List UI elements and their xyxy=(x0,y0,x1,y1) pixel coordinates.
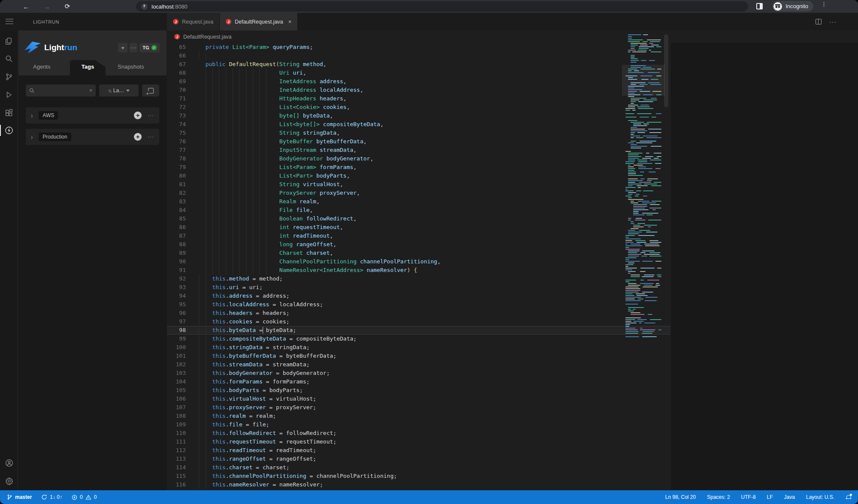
code-line[interactable]: 65 private List<Param> queryParams; xyxy=(167,43,670,51)
code-line[interactable]: 99 this.compositeByteData = compositeByt… xyxy=(167,335,670,343)
code-line[interactable]: 84 File file, xyxy=(167,206,670,214)
cursor-position-item[interactable]: Ln 98, Col 20 xyxy=(665,494,696,500)
code-line[interactable]: 98 this.byteData = byteData; xyxy=(167,326,670,335)
code-line[interactable]: 83 Realm realm, xyxy=(167,197,670,206)
code-line[interactable]: 111 this.requestTimeout = requestTimeout… xyxy=(167,438,670,446)
side-panel-icon[interactable] xyxy=(756,3,763,9)
tab-defaultrequest-java[interactable]: J DefaultRequest.java × xyxy=(220,13,298,30)
code-line[interactable]: 109 this.file = file; xyxy=(167,420,670,429)
sort-dropdown[interactable]: ↑↓ La… xyxy=(99,85,139,97)
code-line[interactable]: 100 this.stringData = stringData; xyxy=(167,343,670,352)
breadcrumb[interactable]: J DefaultRequest.java xyxy=(167,30,858,43)
add-action-icon[interactable]: + xyxy=(134,133,142,141)
code-line[interactable]: 94 this.address = address; xyxy=(167,292,670,300)
code-line[interactable]: 72 List<Cookie> cookies, xyxy=(167,103,670,112)
menu-hamburger-icon[interactable] xyxy=(6,19,13,24)
tag-group-aws[interactable]: › AWS + ··· xyxy=(26,107,159,124)
code-line[interactable]: 66 xyxy=(167,51,670,60)
indent-item[interactable]: Spaces: 2 xyxy=(707,494,730,500)
reload-button[interactable]: ⟳ xyxy=(62,1,73,12)
language-item[interactable]: Java xyxy=(784,494,795,500)
code-line[interactable]: 88 long rangeOffset, xyxy=(167,240,670,249)
code-line[interactable]: 71 HttpHeaders headers, xyxy=(167,94,670,103)
tab-agents[interactable]: Agents xyxy=(18,60,70,75)
minimap[interactable] xyxy=(625,34,663,339)
code-line[interactable]: 68 Uri uri, xyxy=(167,69,670,77)
address-bar[interactable]: localhost:8080 xyxy=(136,1,748,12)
forward-button[interactable]: → xyxy=(41,1,52,12)
code-line[interactable]: 67 public DefaultRequest(String method, xyxy=(167,60,670,69)
code-line[interactable]: 103 this.bodyGenerator = bodyGenerator; xyxy=(167,369,670,377)
code-line[interactable]: 101 this.byteBufferData = byteBufferData… xyxy=(167,352,670,360)
code-line[interactable]: 87 int readTimeout, xyxy=(167,232,670,240)
code-line[interactable]: 73 byte[] byteData, xyxy=(167,112,670,120)
notifications-bell-icon[interactable] xyxy=(846,495,851,500)
account-icon[interactable] xyxy=(0,456,18,470)
add-action-icon[interactable]: + xyxy=(134,112,142,119)
explorer-icon[interactable] xyxy=(0,34,18,48)
code-line[interactable]: 115 this.channelPoolPartitioning = chann… xyxy=(167,472,670,480)
code-line[interactable]: 74 List<byte[]> compositeByteData, xyxy=(167,120,670,129)
code-line[interactable]: 85 Boolean followRedirect, xyxy=(167,214,670,223)
code-line[interactable]: 113 this.rangeOffset = rangeOffset; xyxy=(167,455,670,463)
row-more-icon[interactable]: ··· xyxy=(148,134,154,140)
settings-gear-icon[interactable] xyxy=(0,474,18,488)
code-area[interactable]: 65 private List<Param> queryParams;6667 … xyxy=(167,43,670,490)
row-more-icon[interactable]: ··· xyxy=(148,112,154,118)
tab-request-java[interactable]: J Request.java xyxy=(167,13,220,30)
code-line[interactable]: 70 InetAddress localAddress, xyxy=(167,86,670,94)
source-control-icon[interactable] xyxy=(0,69,18,84)
extensions-icon[interactable] xyxy=(0,106,18,120)
code-line[interactable]: 86 int requestTimeout, xyxy=(167,223,670,232)
eol-item[interactable]: LF xyxy=(767,494,773,500)
code-line[interactable]: 108 this.realm = realm; xyxy=(167,412,670,420)
code-line[interactable]: 93 this.uri = uri; xyxy=(167,283,670,292)
code-line[interactable]: 69 InetAddress address, xyxy=(167,77,670,86)
browser-menu-icon[interactable]: ⋮ xyxy=(821,3,823,6)
code-line[interactable]: 89 Charset charset, xyxy=(167,249,670,257)
code-line[interactable]: 112 this.readTimeout = readTimeout; xyxy=(167,446,670,455)
sync-item[interactable]: 1↓ 0↑ xyxy=(41,494,62,500)
code-line[interactable]: 80 List<Part> bodyParts, xyxy=(167,172,670,180)
code-line[interactable]: 102 this.streamData = streamData; xyxy=(167,360,670,369)
code-line[interactable]: 77 InputStream streamData, xyxy=(167,146,670,154)
code-line[interactable]: 105 this.bodyParts = bodyParts; xyxy=(167,386,670,395)
code-line[interactable]: 95 this.localAddress = localAddress; xyxy=(167,300,670,309)
tab-snapshots[interactable]: Snapshots xyxy=(106,60,167,75)
code-line[interactable]: 110 this.followRedirect = followRedirect… xyxy=(167,429,670,438)
clear-search-icon[interactable]: × xyxy=(89,88,92,94)
code-line[interactable]: 96 this.headers = headers; xyxy=(167,309,670,317)
code-line[interactable]: 106 this.virtualHost = virtualHost; xyxy=(167,395,670,403)
code-line[interactable]: 104 this.formParams = formParams; xyxy=(167,377,670,386)
split-editor-icon[interactable] xyxy=(816,19,822,24)
code-line[interactable]: 92 this.method = method; xyxy=(167,275,670,283)
lightrun-panel-icon[interactable] xyxy=(0,123,18,138)
editor-more-icon[interactable]: ··· xyxy=(829,18,837,25)
code-line[interactable]: 79 List<Param> formParams, xyxy=(167,163,670,172)
code-line[interactable]: 114 this.charset = charset; xyxy=(167,463,670,472)
user-badge[interactable]: TG ✓ xyxy=(139,43,160,52)
search-icon[interactable] xyxy=(0,51,18,66)
code-line[interactable]: 107 this.proxyServer = proxyServer; xyxy=(167,403,670,412)
code-line[interactable]: 78 BodyGenerator bodyGenerator, xyxy=(167,154,670,163)
editor-scrollbar[interactable] xyxy=(664,34,668,107)
encoding-item[interactable]: UTF-8 xyxy=(741,494,756,500)
code-line[interactable]: 82 ProxyServer proxyServer, xyxy=(167,189,670,197)
code-line[interactable]: 91 NameResolver<InetAddress> nameResolve… xyxy=(167,266,670,275)
keyboard-layout-item[interactable]: Layout: U.S. xyxy=(806,494,834,500)
code-line[interactable]: 76 ByteBuffer byteBufferData, xyxy=(167,137,670,146)
tag-group-production[interactable]: › Production + ··· xyxy=(26,129,159,145)
expand-all-button[interactable] xyxy=(142,85,159,97)
run-debug-icon[interactable] xyxy=(0,88,18,102)
chevron-right-icon[interactable]: › xyxy=(31,133,33,141)
git-branch-item[interactable]: master xyxy=(7,494,32,500)
sidebar-more-button[interactable]: ··· xyxy=(130,43,137,52)
chevron-right-icon[interactable]: › xyxy=(31,111,33,120)
tab-tags[interactable]: Tags xyxy=(70,60,106,75)
code-line[interactable]: 81 String virtualHost, xyxy=(167,180,670,189)
code-line[interactable]: 116 this.nameResolver = nameResolver; xyxy=(167,480,670,489)
code-line[interactable]: 75 String stringData, xyxy=(167,129,670,137)
add-agent-button[interactable]: + xyxy=(118,43,127,52)
problems-item[interactable]: 0 0 xyxy=(72,494,97,500)
code-line[interactable]: 90 ChannelPoolPartitioning channelPoolPa… xyxy=(167,257,670,266)
